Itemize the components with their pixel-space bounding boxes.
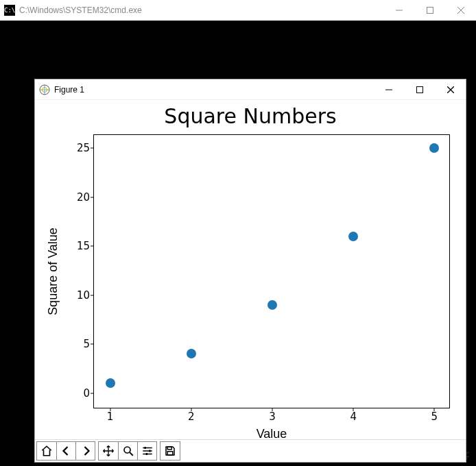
- y-tick-label: 5: [83, 338, 90, 350]
- arrow-left-icon: [60, 445, 73, 457]
- pan-button[interactable]: [99, 442, 118, 460]
- cmd-title: C:\Windows\SYSTEM32\cmd.exe: [19, 5, 383, 15]
- cmd-window-controls: [383, 0, 476, 21]
- sliders-icon: [141, 445, 154, 457]
- home-icon: [40, 445, 53, 457]
- x-tick-label: 5: [431, 410, 438, 423]
- figure-window-controls: [373, 79, 466, 99]
- x-tick-label: 3: [269, 410, 276, 423]
- data-point: [106, 378, 115, 388]
- svg-rect-19: [145, 453, 147, 455]
- svg-rect-18: [149, 450, 150, 452]
- figure-window: Figure 1 Square Numbers Value Square of …: [34, 79, 466, 463]
- close-button[interactable]: [445, 0, 476, 21]
- svg-line-13: [130, 452, 133, 456]
- data-point: [429, 143, 439, 153]
- zoom-icon: [122, 445, 134, 457]
- figure-title: Figure 1: [54, 85, 373, 95]
- chart-ylabel: Square of Value: [46, 228, 60, 315]
- configure-button[interactable]: [137, 442, 156, 460]
- save-button[interactable]: [160, 442, 180, 460]
- close-button[interactable]: [435, 79, 466, 99]
- plot-area: Square Numbers Value Square of Value 123…: [35, 100, 466, 439]
- svg-rect-1: [427, 8, 433, 14]
- mpl-app-icon: [39, 84, 50, 95]
- data-point: [187, 349, 196, 358]
- svg-rect-20: [167, 447, 171, 450]
- svg-point-12: [124, 447, 130, 453]
- data-point: [267, 300, 277, 310]
- home-button[interactable]: [37, 442, 56, 460]
- back-button[interactable]: [56, 442, 75, 460]
- svg-rect-21: [167, 452, 173, 455]
- cmd-icon: C:\: [4, 5, 15, 16]
- y-tick-label: 10: [77, 289, 90, 302]
- data-point: [348, 232, 358, 241]
- svg-rect-17: [144, 447, 145, 449]
- maximize-button[interactable]: [414, 0, 445, 21]
- y-tick-label: 20: [77, 191, 90, 204]
- forward-button[interactable]: [75, 442, 95, 460]
- minimize-button[interactable]: [383, 0, 414, 21]
- maximize-button[interactable]: [404, 79, 435, 99]
- zoom-button[interactable]: [118, 442, 137, 460]
- figure-titlebar: Figure 1: [35, 79, 466, 100]
- x-tick-label: 1: [107, 410, 114, 423]
- mpl-toolbar: [35, 439, 466, 462]
- chart-title: Square Numbers: [35, 104, 466, 128]
- watermark: ©51CTO博客: [415, 450, 471, 462]
- svg-rect-9: [416, 86, 423, 93]
- chart-xlabel: Value: [257, 427, 287, 441]
- y-tick-label: 25: [77, 142, 90, 154]
- x-tick-label: 2: [188, 410, 195, 423]
- chart-axes: Value Square of Value 123450510152025: [93, 134, 450, 408]
- x-tick-label: 4: [350, 410, 357, 423]
- move-icon: [102, 445, 115, 457]
- save-icon: [164, 445, 176, 457]
- minimize-button[interactable]: [373, 79, 404, 99]
- arrow-right-icon: [80, 445, 92, 457]
- cmd-titlebar: C:\ C:\Windows\SYSTEM32\cmd.exe: [0, 0, 476, 21]
- y-tick-label: 0: [83, 387, 90, 400]
- y-tick-label: 15: [77, 240, 90, 252]
